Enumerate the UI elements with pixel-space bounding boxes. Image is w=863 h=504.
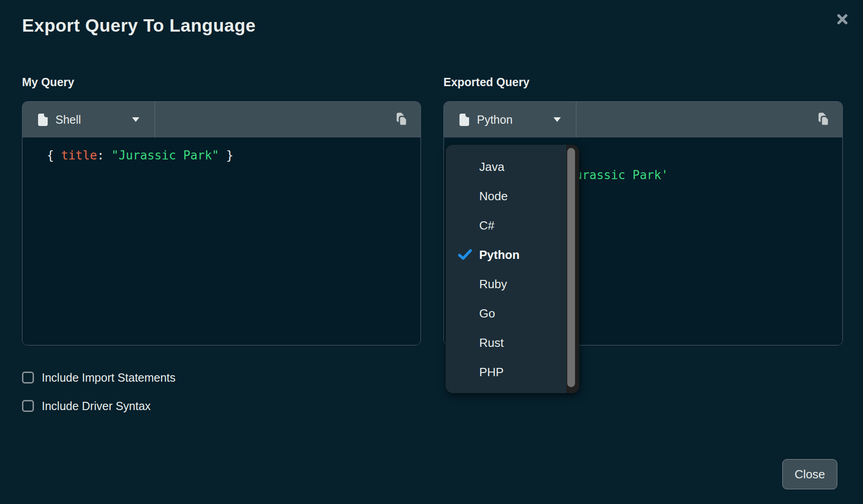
code-key: title bbox=[61, 148, 97, 162]
export-query-to-language-modal: Export Query To Language My Query Export… bbox=[0, 0, 863, 504]
close-icon[interactable] bbox=[835, 13, 849, 27]
my-query-toolbar: Shell bbox=[22, 102, 420, 137]
copy-icon bbox=[815, 111, 831, 128]
my-query-code-line: { title: "Jurassic Park" } bbox=[47, 148, 233, 162]
include-driver-syntax-row: Include Driver Syntax bbox=[22, 400, 151, 412]
file-icon bbox=[38, 114, 48, 126]
include-driver-syntax-checkbox[interactable] bbox=[22, 400, 34, 412]
exported-language-select[interactable]: Python bbox=[444, 102, 576, 137]
language-menu-item-rust[interactable]: Rust bbox=[446, 328, 579, 357]
checkbox-label[interactable]: Include Import Statements bbox=[42, 371, 176, 384]
my-query-code-editor[interactable]: { title: "Jurassic Park" } bbox=[22, 137, 420, 345]
caret-down-icon bbox=[553, 117, 561, 122]
language-menu-item-csharp[interactable]: C# bbox=[446, 211, 579, 240]
my-query-panel: Shell { title: "Jurassic Park" } bbox=[22, 101, 421, 345]
close-x-glyph bbox=[836, 13, 848, 25]
caret-down-icon bbox=[132, 117, 139, 122]
copy-button[interactable] bbox=[393, 111, 409, 128]
language-menu-item-java[interactable]: Java bbox=[446, 152, 579, 181]
copy-icon bbox=[393, 111, 409, 128]
include-import-statements-checkbox[interactable] bbox=[22, 372, 34, 383]
file-icon bbox=[459, 114, 469, 126]
code-string: "Jurassic Park" bbox=[111, 148, 219, 162]
copy-button[interactable] bbox=[815, 111, 831, 128]
include-import-statements-row: Include Import Statements bbox=[22, 371, 176, 384]
language-menu-item-python[interactable]: Python bbox=[446, 240, 579, 269]
language-menu-item-ruby[interactable]: Ruby bbox=[446, 269, 579, 299]
my-query-language-select[interactable]: Shell bbox=[22, 102, 155, 137]
check-icon bbox=[458, 249, 472, 261]
my-query-label: My Query bbox=[22, 76, 74, 89]
my-query-language-value: Shell bbox=[55, 113, 81, 126]
language-menu: Java Node C# Python Ruby Go Rust PHP bbox=[446, 145, 579, 393]
close-button[interactable]: Close bbox=[782, 459, 837, 489]
exported-query-label: Exported Query bbox=[443, 76, 530, 89]
exported-code-fragment: urassic Park' bbox=[575, 168, 669, 182]
checkbox-label[interactable]: Include Driver Syntax bbox=[42, 400, 151, 413]
menu-scrollbar-thumb[interactable] bbox=[567, 148, 575, 387]
language-menu-item-node[interactable]: Node bbox=[446, 181, 579, 211]
menu-scrollbar-track[interactable] bbox=[566, 145, 579, 393]
exported-query-toolbar: Python bbox=[444, 102, 842, 137]
exported-language-value: Python bbox=[477, 113, 513, 126]
language-menu-item-php[interactable]: PHP bbox=[446, 357, 579, 387]
modal-title: Export Query To Language bbox=[22, 16, 256, 36]
language-menu-item-go[interactable]: Go bbox=[446, 299, 579, 328]
